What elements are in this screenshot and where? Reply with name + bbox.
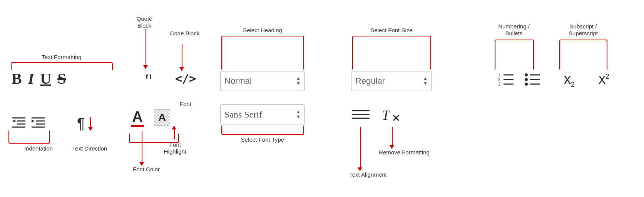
select-font-type-dropdown[interactable]: Sans Serif ▲ ▼ xyxy=(220,104,305,124)
quote-block-label: Quote Block xyxy=(131,15,158,29)
font-highlight-label: Font Highlight xyxy=(158,141,192,155)
quote-block-arrow xyxy=(146,29,146,67)
font-color-arrowhead xyxy=(139,162,144,166)
font-color-label: Font Color xyxy=(127,166,166,173)
svg-point-27 xyxy=(525,83,528,86)
diagram: B I U S ¶ xyxy=(0,0,644,197)
subscript-icon[interactable]: x2 xyxy=(564,71,575,89)
select-heading-bracket xyxy=(221,36,304,70)
svg-point-26 xyxy=(525,78,528,81)
superscript-icon[interactable]: x2 xyxy=(599,71,609,87)
code-block-label: Code Block xyxy=(166,30,204,37)
select-font-size-bracket xyxy=(352,36,431,70)
svg-marker-4 xyxy=(12,119,15,123)
svg-text:1: 1 xyxy=(498,73,500,77)
svg-marker-12 xyxy=(88,127,93,131)
code-block-arrow xyxy=(182,44,182,69)
font-label: Font xyxy=(172,101,199,108)
remove-formatting-label: Remove Formatting xyxy=(370,149,439,156)
svg-text:¶: ¶ xyxy=(77,116,85,132)
text-alignment-arrowhead xyxy=(358,167,362,171)
select-font-size-label: Select Font Size xyxy=(351,27,432,34)
indentation-bracket xyxy=(8,131,50,144)
select-font-type-label: Select Font Type xyxy=(220,136,305,143)
increase-indent-icon[interactable] xyxy=(31,116,45,129)
font-size-arrows: ▲ ▼ xyxy=(423,76,428,86)
bullets-list-icon[interactable] xyxy=(524,71,540,89)
select-heading-dropdown[interactable]: Normal ▲ ▼ xyxy=(220,71,305,91)
code-block-icon[interactable]: </> xyxy=(175,73,196,84)
text-direction-icon[interactable]: ¶ xyxy=(75,113,94,134)
select-heading-label: Select Heading xyxy=(220,27,305,34)
svg-marker-9 xyxy=(32,119,35,123)
heading-arrows: ▲ ▼ xyxy=(296,76,301,86)
indentation-label: Indentation xyxy=(8,145,69,152)
font-bottom-bracket xyxy=(129,134,179,143)
italic-icon[interactable]: I xyxy=(28,71,34,86)
select-font-size-dropdown[interactable]: Regular ▲ ▼ xyxy=(351,71,432,91)
text-formatting-icons: B I U S xyxy=(12,71,66,86)
svg-point-25 xyxy=(525,73,528,76)
strikethrough-icon[interactable]: S xyxy=(57,71,66,86)
text-alignment-icon[interactable] xyxy=(351,108,370,126)
text-alignment-label: Text Alignment xyxy=(330,171,406,178)
underline-icon[interactable]: U xyxy=(40,71,51,86)
numbering-bullets-label: Numbering / Bullets xyxy=(493,23,535,37)
svg-text:3: 3 xyxy=(498,82,500,86)
subscript-superscript-bracket xyxy=(559,40,607,70)
remove-formatting-arrowhead xyxy=(390,145,394,149)
subscript-superscript-label: Subscript / Superscript xyxy=(558,23,608,37)
bold-icon[interactable]: B xyxy=(12,71,22,86)
text-direction-label: Text Direction xyxy=(69,145,111,152)
font-type-value: Sans Serif xyxy=(224,109,296,120)
heading-value: Normal xyxy=(224,76,296,86)
numbering-bullets-bracket xyxy=(495,40,534,70)
indentation-icons xyxy=(12,116,45,129)
remove-formatting-arrow xyxy=(392,127,393,147)
text-formatting-bracket xyxy=(11,62,113,70)
quote-block-icon[interactable]: " xyxy=(145,71,152,90)
svg-text:2: 2 xyxy=(498,78,500,82)
numbering-list-icon[interactable]: 1 2 3 xyxy=(497,71,514,89)
decrease-indent-icon[interactable] xyxy=(12,116,26,129)
text-formatting-label: Text Formatting xyxy=(10,54,114,61)
code-block-arrowhead xyxy=(179,67,184,71)
font-highlight-arrowhead xyxy=(172,126,176,129)
font-highlight-control[interactable]: A xyxy=(154,109,170,126)
font-color-control[interactable]: A xyxy=(131,109,144,127)
remove-formatting-icon[interactable]: T xyxy=(381,104,404,125)
font-type-arrows: ▲ ▼ xyxy=(296,109,301,119)
quote-block-arrowhead xyxy=(143,65,148,69)
text-alignment-arrow xyxy=(360,127,361,169)
select-font-type-bracket xyxy=(221,126,304,135)
font-color-highlight-group: A A xyxy=(131,109,170,127)
font-size-value: Regular xyxy=(355,76,423,86)
svg-text:T: T xyxy=(382,108,391,123)
